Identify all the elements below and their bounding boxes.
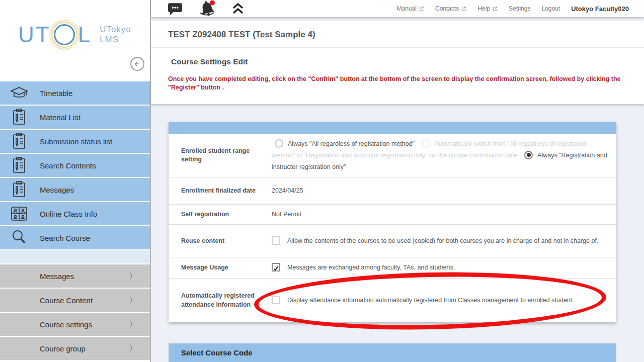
- topbar-links: Manual Contacts Help: [397, 5, 629, 13]
- sidebar-item-label: Messages: [40, 272, 74, 281]
- table-row: Reuse content Allow the contents of the …: [169, 224, 616, 257]
- radio-option-label: Always "All regardless of registration m…: [288, 140, 415, 147]
- sidebar-group-divider: [0, 250, 150, 263]
- clipboard-icon: [9, 108, 30, 127]
- sidebar-item-label: Submission status list: [40, 137, 112, 146]
- page-content: TEST Z092408 TEST (Test Sample 4) Course…: [151, 17, 644, 362]
- logo-text-suffix: L: [78, 22, 92, 47]
- people-grid-icon: [9, 204, 30, 223]
- sidebar-item-label: Timetable: [40, 89, 72, 98]
- course-title: TEST Z092408 TEST (Test Sample 4): [168, 30, 627, 40]
- sidebar-item-messages[interactable]: Messages: [0, 178, 150, 201]
- self-registration-value: Not Permit: [272, 205, 616, 224]
- logo-o-ring-icon: [54, 24, 75, 45]
- sidebar-item-label: Online Class Info: [40, 210, 97, 218]
- radio-always-all-regardless[interactable]: [275, 139, 283, 148]
- checkbox-label: Display attendance information automatic…: [287, 297, 574, 304]
- enrolled-range-options: Always "All regardless of registration m…: [272, 138, 607, 173]
- row-label: Reuse content: [169, 225, 272, 257]
- sidebar-item-material-list[interactable]: Material List: [0, 106, 150, 129]
- sidebar-item-course-settings[interactable]: Course settings 〉: [0, 313, 150, 336]
- checkbox-label: Allow the contents of the courses to be …: [287, 237, 598, 244]
- radio-automatic-switch: [422, 139, 430, 148]
- chevron-right-icon: 〉: [129, 344, 137, 353]
- sidebar-item-online-class-info[interactable]: Online Class Info: [0, 202, 150, 225]
- message-usage-checkbox[interactable]: [272, 263, 280, 272]
- logo-subtitle-line2: LMS: [100, 35, 119, 44]
- table-row: Automatically registered attendance info…: [169, 278, 616, 322]
- message-usage-option: Messages are exchanged among faculty, TA…: [272, 262, 455, 274]
- sidebar-item-label: Messages: [40, 186, 74, 194]
- row-label: Self registration: [169, 205, 272, 224]
- magnifier-icon: [9, 228, 30, 247]
- sidebar-item-course-group[interactable]: Course group 〉: [0, 337, 150, 360]
- chevron-right-icon: 〉: [129, 320, 137, 329]
- sidebar-item-search-contents[interactable]: Search Contents: [0, 154, 150, 177]
- link-label: Manual: [397, 5, 417, 12]
- sidebar-item-course-content[interactable]: Course Content 〉: [0, 289, 150, 312]
- reuse-content-checkbox[interactable]: [272, 236, 280, 245]
- external-link-icon: [419, 6, 424, 12]
- logo-text-prefix: UT: [18, 22, 51, 47]
- link-label: Contacts: [435, 5, 459, 12]
- course-title-section: TEST Z092408 TEST (Test Sample 4): [151, 21, 644, 48]
- sidebar-item-timetable[interactable]: Timetable: [0, 81, 150, 105]
- header-card: TEST Z092408 TEST (Test Sample 4) Course…: [151, 21, 644, 104]
- sidebar-item-label: Course group: [40, 344, 86, 353]
- logo-subtitle: UTokyo LMS: [100, 25, 131, 44]
- logout-link[interactable]: Logout: [541, 5, 560, 12]
- contacts-link[interactable]: Contacts: [435, 5, 466, 12]
- manual-link[interactable]: Manual: [397, 5, 424, 12]
- sidebar-item-label: Search Contents: [40, 161, 96, 170]
- sidebar-collapse-button[interactable]: [130, 57, 144, 71]
- row-label: Message Usage: [169, 257, 272, 278]
- checkbox-label: Messages are exchanged among faculty, TA…: [287, 264, 455, 271]
- enrollment-finalized-date-value: 2024/04/25: [272, 177, 616, 204]
- chat-icon[interactable]: [167, 2, 183, 16]
- chevron-right-icon: 〉: [129, 272, 137, 281]
- settings-link[interactable]: Settings: [509, 5, 530, 12]
- sidebar-item-label: Course Content: [40, 296, 93, 305]
- sidebar-item-messages-group[interactable]: Messages 〉: [0, 264, 150, 288]
- utol-logo[interactable]: UT L UTokyo LMS: [18, 22, 131, 47]
- table-row: Self registration Not Permit: [169, 204, 616, 224]
- table-row: Enrolled student range setting Always "A…: [169, 134, 616, 177]
- attendance-info-option: Display attendance information automatic…: [272, 295, 574, 306]
- logo-subtitle-line1: UTokyo: [100, 25, 131, 34]
- utol-app: UT L UTokyo LMS: [0, 0, 644, 362]
- page-title: Course Settings Edit: [171, 57, 627, 66]
- row-label: Automatically registered attendance info…: [169, 279, 272, 322]
- row-value: Display attendance information automatic…: [272, 279, 616, 322]
- arrow-left-icon: [133, 60, 141, 68]
- sidebar-nav: Timetable Material List: [0, 81, 150, 360]
- attendance-info-checkbox[interactable]: [272, 296, 280, 304]
- row-value: Always "All regardless of registration m…: [272, 134, 616, 177]
- reuse-content-option: Allow the contents of the courses to be …: [272, 235, 598, 247]
- graduation-cap-icon: [9, 83, 30, 103]
- chevron-right-icon: 〉: [129, 296, 137, 305]
- link-label: Settings: [509, 5, 530, 12]
- row-label: Enrollment finalized date: [169, 177, 272, 204]
- main-area: Manual Contacts Help: [151, 0, 644, 362]
- notification-badge: [210, 1, 215, 6]
- warning-text: Once you have completed editing, click o…: [168, 75, 630, 92]
- sidebar-item-label: Course settings: [40, 320, 92, 329]
- link-label: Logout: [541, 5, 560, 12]
- radio-always-registration-only[interactable]: [524, 151, 533, 159]
- sidebar-item-submission-status-list[interactable]: Submission status list: [0, 130, 150, 153]
- sidebar-logo-area: UT L UTokyo LMS: [0, 0, 150, 81]
- sidebar-item-search-course[interactable]: Search Course: [0, 226, 150, 249]
- row-value: Allow the contents of the courses to be …: [272, 225, 616, 257]
- external-link-icon: [461, 6, 466, 12]
- sidebar-item-label: Search Course: [40, 234, 90, 242]
- user-name: Utokyo Faculty020: [571, 5, 629, 13]
- select-course-code-header: Select Course Code: [169, 343, 616, 362]
- row-value: Messages are exchanged among faculty, TA…: [272, 257, 616, 278]
- topbar-icons: [167, 0, 245, 17]
- double-chevron-up-icon[interactable]: [231, 3, 245, 15]
- link-label: Help: [477, 5, 490, 12]
- sidebar-item-label: Material List: [40, 113, 80, 122]
- help-link[interactable]: Help: [477, 5, 498, 12]
- row-label: Enrolled student range setting: [169, 134, 272, 177]
- notification-bell-icon[interactable]: [198, 0, 216, 17]
